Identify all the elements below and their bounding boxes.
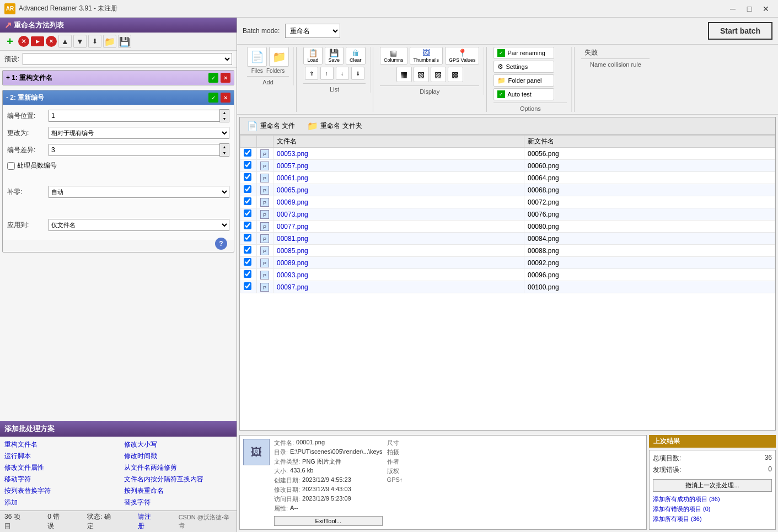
load-button[interactable]: 📋 Load [303, 47, 322, 65]
tab-rename-files[interactable]: 📄 重命名 文件 [243, 119, 299, 133]
folder-panel-button[interactable]: 📁 Folder panel [493, 74, 554, 87]
open-folder-button[interactable]: 📁 [103, 35, 116, 48]
admin-checkbox[interactable] [7, 162, 15, 170]
preset-row: 预设: [0, 51, 237, 68]
cross-button[interactable]: ✕ [18, 36, 29, 47]
change-row: 更改为: 相对于现有编号 [7, 127, 229, 139]
position-spin-down[interactable]: ▼ [220, 116, 229, 122]
row-filename: 00061.png [273, 172, 524, 184]
batch-item-7[interactable]: 修改大小写 [124, 440, 233, 449]
row-filename: 00081.png [273, 233, 524, 245]
nav-down-bottom-button[interactable]: ⇓ [351, 67, 364, 80]
diff-spinbtns: ▲ ▼ [219, 143, 229, 157]
batch-item-10[interactable]: 文件名内按分隔符互换内容 [124, 475, 233, 484]
change-select[interactable]: 相对于现有编号 [49, 127, 229, 139]
register-link[interactable]: 请注册 [138, 512, 157, 531]
minimize-button[interactable]: ─ [725, 3, 741, 15]
apply-select[interactable]: 仅文件名 [49, 219, 229, 231]
preset-select[interactable] [23, 53, 232, 65]
settings-button[interactable]: ⚙ Settings [493, 61, 554, 73]
display-icon-btn-3[interactable]: ▨ [431, 67, 446, 82]
row-checkbox[interactable] [244, 185, 251, 193]
display-icon-btn-2[interactable]: ▧ [414, 67, 429, 82]
row-checkbox[interactable] [244, 197, 251, 205]
row-icon-cell: P [257, 281, 273, 293]
batch-item-4[interactable]: 移动字符 [4, 475, 113, 484]
display-icon-btn-4[interactable]: ▩ [448, 67, 463, 82]
batch-item-11[interactable]: 按列表重命名 [124, 486, 233, 496]
method2-enable-button[interactable]: ✓ [208, 93, 218, 103]
row-checkbox[interactable] [244, 258, 251, 266]
rename-folders-icon: 📁 [307, 121, 318, 131]
add-success-link[interactable]: 添加所有成功的项目 (36) [653, 495, 772, 503]
accessed-row: 访问日期: 2023/12/9 5:23:09 [274, 495, 383, 503]
row-checkbox[interactable] [244, 246, 251, 254]
row-checkbox[interactable] [244, 222, 251, 229]
add-all-link[interactable]: 添加所有项目 (36) [653, 515, 772, 523]
move-bottom-button[interactable]: ⬇ [88, 35, 101, 48]
nav-up-top-button[interactable]: ⇑ [305, 67, 318, 80]
method1-enable-button[interactable]: ✓ [208, 73, 218, 83]
diff-spin-down[interactable]: ▼ [220, 150, 229, 156]
diff-input[interactable] [49, 144, 219, 156]
video-button[interactable]: ▶ [31, 36, 44, 46]
name-collision-group: 失败 Name collision rule [577, 47, 654, 68]
row-checkbox[interactable] [244, 270, 251, 278]
table-row: P 00077.png 00080.png [240, 221, 775, 233]
start-batch-button[interactable]: Start batch [708, 22, 772, 40]
add-folders-button[interactable]: 📁 [269, 47, 289, 67]
batch-item-3[interactable]: 修改文件属性 [4, 463, 113, 472]
batch-item-1[interactable]: 重构文件名 [4, 440, 113, 449]
display-icon-btn-1[interactable]: ▦ [396, 67, 412, 82]
position-input[interactable] [49, 110, 219, 122]
add-files-button[interactable]: 📄 [247, 47, 267, 67]
batch-item-9[interactable]: 从文件名两端修剪 [124, 463, 233, 472]
position-spin-up[interactable]: ▲ [220, 110, 229, 116]
gps-button[interactable]: 📍 GPS Values [445, 47, 479, 65]
position-spin: ▲ ▼ [49, 109, 229, 122]
add-method-button[interactable]: + [3, 35, 17, 48]
columns-label: Columns [384, 57, 404, 63]
row-checkbox[interactable] [244, 161, 251, 169]
columns-icon: ▦ [390, 49, 397, 57]
add-errors-link[interactable]: 添加有错误的项目 (0) [653, 505, 772, 513]
batch-item-5[interactable]: 按列表替换字符 [4, 486, 113, 496]
batch-item-12[interactable]: 替换字符 [124, 498, 233, 507]
preset-label: 预设: [4, 55, 19, 64]
zeros-select[interactable]: 自动 [49, 186, 229, 198]
attr-info-label: 属性: [274, 504, 288, 513]
name-collision-label: Name collision rule [581, 58, 650, 68]
clear-button[interactable]: 🗑 Clear [346, 47, 366, 65]
move-down-button[interactable]: ▼ [73, 35, 87, 48]
batch-item-2[interactable]: 运行脚本 [4, 452, 113, 461]
delete-button[interactable]: ✕ [46, 36, 57, 47]
method1-delete-button[interactable]: ✕ [221, 73, 230, 83]
undo-button[interactable]: 撤消上一次批处理... [653, 479, 772, 492]
move-up-button[interactable]: ▲ [58, 35, 72, 48]
diff-spin-up[interactable]: ▲ [220, 144, 229, 150]
batch-item-6[interactable]: 添加 [4, 498, 113, 507]
nav-up-button[interactable]: ↑ [320, 67, 334, 80]
maximize-button[interactable]: □ [742, 3, 757, 15]
close-button[interactable]: ✕ [758, 3, 774, 15]
save-button-toolbar[interactable]: 💾 [118, 35, 131, 48]
row-checkbox[interactable] [244, 173, 251, 181]
method2-delete-button[interactable]: ✕ [221, 93, 230, 103]
batch-mode-select[interactable]: 重命名 [285, 24, 340, 38]
row-checkbox[interactable] [244, 209, 251, 217]
row-checkbox[interactable] [244, 234, 251, 241]
thumbnails-button[interactable]: 🖼 Thumbnails [410, 47, 443, 65]
nav-down-button[interactable]: ↓ [336, 67, 349, 80]
pair-renaming-button[interactable]: ✓ Pair renaming [493, 47, 554, 59]
exiftool-button[interactable]: ExifTool... [274, 516, 383, 526]
batch-item-8[interactable]: 修改时间戳 [124, 452, 233, 461]
save-list-button[interactable]: 💾 Save [325, 47, 344, 65]
row-checkbox[interactable] [244, 149, 251, 157]
tab-rename-folders[interactable]: 📁 重命名 文件夹 [303, 119, 366, 133]
auto-test-button[interactable]: ✓ Auto test [493, 88, 554, 100]
columns-button[interactable]: ▦ Columns [380, 47, 407, 65]
help-button[interactable]: ? [215, 238, 227, 250]
row-checkbox[interactable] [244, 282, 251, 290]
row-icon-cell: P [257, 160, 273, 172]
file-type-icon: P [260, 222, 269, 231]
